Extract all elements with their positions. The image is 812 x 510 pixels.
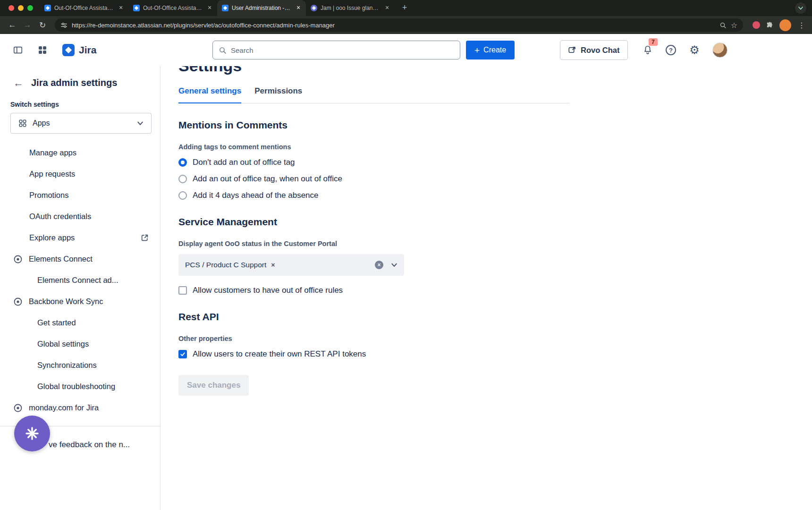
tab-search-button[interactable] (795, 2, 806, 14)
switch-settings-label: Switch settings (0, 91, 160, 113)
browser-tab[interactable]: Out-Of-Office Assistant - Jira × (40, 0, 128, 16)
sidebar-item-label: Global settings (37, 340, 89, 348)
sidebar-item-manage-apps[interactable]: Manage apps (0, 142, 160, 163)
tab-close-icon[interactable]: × (383, 4, 391, 12)
browser-reload-button[interactable]: ↻ (36, 18, 49, 32)
browser-tab-active[interactable]: User Administration - Jira × (217, 0, 306, 16)
sidebar-item-promotions[interactable]: Promotions (0, 185, 160, 206)
extensions-puzzle-icon[interactable] (766, 21, 774, 29)
site-settings-icon[interactable] (60, 22, 68, 29)
search-input[interactable] (231, 46, 454, 54)
radio-selected-icon[interactable] (178, 158, 187, 167)
url-text[interactable]: https://re-demoinstance.atlassian.net/pl… (72, 22, 715, 29)
radio-unselected-icon[interactable] (178, 191, 187, 200)
sidebar-item-label: App requests (29, 170, 75, 178)
create-button[interactable]: + Create (466, 41, 515, 60)
rest-api-tokens-checkbox-row[interactable]: Allow users to create their own REST API… (178, 349, 569, 359)
mentions-group-label: Adding tags to comment mentions (178, 143, 569, 151)
remove-tag-icon[interactable]: × (271, 262, 275, 268)
global-search (212, 41, 460, 60)
sidebar-item-label: OAuth credentials (29, 212, 91, 221)
tab-permissions[interactable]: Permissions (254, 86, 302, 103)
radio-option-add-tag[interactable]: Add an out of office tag, when out of of… (178, 174, 569, 184)
sidebar-item-explore-apps[interactable]: Explore apps (0, 227, 160, 248)
admin-sidebar: ← Jira admin settings Switch settings Ap… (0, 66, 161, 510)
notifications-button[interactable]: 7 (640, 42, 655, 58)
sidebar-header: ← Jira admin settings (0, 66, 160, 91)
bookmark-star-icon[interactable]: ☆ (731, 21, 737, 30)
sidebar-item-elements-connect-admin[interactable]: Elements Connect ad... (0, 270, 160, 291)
radio-label: Don't add an out of office tag (193, 158, 295, 167)
sidebar-item-backbone-work-sync[interactable]: Backbone Work Sync (0, 291, 160, 312)
radio-unselected-icon[interactable] (178, 175, 187, 183)
window-minimize-button[interactable] (18, 5, 24, 11)
browser-toolbar-right: ⋮ (749, 19, 806, 31)
zoom-icon[interactable] (719, 22, 727, 29)
sidebar-item-monday-for-jira[interactable]: monday.com for Jira (0, 397, 160, 418)
product-name: Jira (79, 44, 96, 56)
collapse-sidebar-icon[interactable] (10, 42, 25, 58)
radio-label: Add an out of office tag, when out of of… (193, 174, 342, 184)
rovo-floating-button[interactable] (14, 416, 50, 451)
create-button-label: Create (483, 46, 506, 54)
browser-forward-button[interactable]: → (21, 18, 34, 32)
jira-app-header: Jira + Create Rovo Chat 7 ? ⚙ (0, 34, 812, 66)
window-zoom-button[interactable] (27, 5, 33, 11)
back-icon[interactable]: ← (13, 78, 24, 88)
tab-close-icon[interactable]: × (206, 4, 213, 12)
rovo-chat-label: Rovo Chat (581, 46, 620, 55)
window-close-button[interactable] (8, 5, 14, 11)
search-icon (219, 46, 227, 54)
save-changes-button[interactable]: Save changes (178, 375, 249, 396)
settings-scope-value: Apps (33, 119, 50, 128)
browser-tab[interactable]: Out-Of-Office Assistant - Jira × (128, 0, 217, 16)
chevron-down-icon (798, 5, 804, 11)
settings-button[interactable]: ⚙ (687, 42, 702, 58)
sidebar-item-get-started[interactable]: Get started (0, 312, 160, 333)
extension-icon[interactable] (753, 21, 760, 29)
sidebar-item-global-troubleshooting[interactable]: Global troubleshooting (0, 376, 160, 397)
app-switcher-icon[interactable] (35, 42, 50, 58)
chevron-down-icon[interactable] (391, 262, 398, 268)
browser-back-button[interactable]: ← (6, 18, 19, 32)
jira-logo[interactable]: Jira (62, 44, 96, 56)
browser-tab[interactable]: Jam | ooo Issue glance I had × (306, 0, 395, 16)
settings-scope-dropdown[interactable]: Apps (10, 113, 152, 134)
give-feedback-link[interactable]: ve feedback on the n... (49, 440, 130, 450)
sidebar-item-label: Elements Connect ad... (37, 276, 118, 285)
new-tab-button[interactable]: + (398, 2, 411, 14)
settings-tabs: General settings Permissions (178, 86, 569, 103)
help-button[interactable]: ? (663, 42, 678, 58)
sidebar-item-app-requests[interactable]: App requests (0, 163, 160, 185)
checkbox-unchecked-icon[interactable] (178, 286, 187, 295)
sidebar-item-global-settings[interactable]: Global settings (0, 333, 160, 355)
radio-option-add-ahead[interactable]: Add it 4 days ahead of the absence (178, 191, 569, 200)
tab-close-icon[interactable]: × (295, 4, 302, 12)
browser-profile-avatar[interactable] (779, 19, 791, 31)
user-avatar[interactable] (712, 42, 727, 58)
tab-close-icon[interactable]: × (117, 4, 125, 12)
selected-tag: PCS / Product C Support × (185, 261, 275, 269)
radio-option-no-tag[interactable]: Don't add an out of office tag (178, 158, 569, 167)
sidebar-item-elements-connect[interactable]: Elements Connect (0, 248, 160, 270)
apps-grid-icon (18, 119, 27, 128)
sparkle-burst-icon (25, 426, 40, 441)
clear-select-icon[interactable]: × (375, 261, 383, 269)
portal-multiselect[interactable]: PCS / Product C Support × × (178, 254, 404, 276)
bell-icon (643, 45, 653, 55)
mentions-heading: Mentions in Comments (178, 119, 569, 131)
browser-address-bar: ← → ↻ https://re-demoinstance.atlassian.… (0, 16, 812, 34)
notification-badge: 7 (649, 38, 658, 46)
customers-ooo-checkbox-row[interactable]: Allow customers to have out of office ru… (178, 286, 569, 295)
rovo-chat-button[interactable]: Rovo Chat (560, 40, 628, 60)
sidebar-item-synchronizations[interactable]: Synchronizations (0, 355, 160, 376)
sidebar-item-oauth-credentials[interactable]: OAuth credentials (0, 206, 160, 227)
browser-menu-icon[interactable]: ⋮ (797, 21, 806, 30)
checkbox-checked-icon[interactable] (178, 350, 187, 358)
url-bar[interactable]: https://re-demoinstance.atlassian.net/pl… (55, 18, 743, 32)
radio-label: Add it 4 days ahead of the absence (193, 191, 319, 200)
sidebar-title: Jira admin settings (31, 77, 117, 88)
check-icon (180, 351, 186, 357)
tab-general-settings[interactable]: General settings (178, 86, 241, 103)
tab-title: Jam | ooo Issue glance I had (321, 5, 380, 11)
